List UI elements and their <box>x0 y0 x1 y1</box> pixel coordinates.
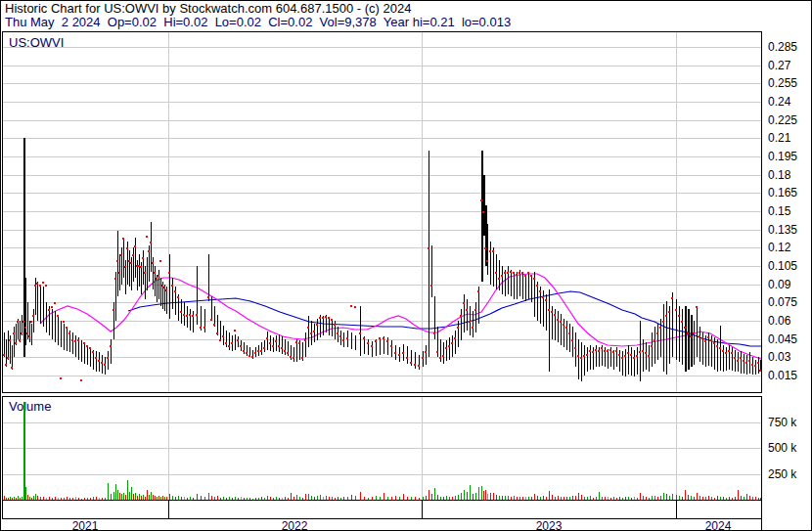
volume-bar <box>115 484 116 500</box>
close-dot <box>325 316 327 318</box>
price-bar <box>490 242 491 285</box>
price-bar <box>317 319 318 340</box>
close-dot <box>425 351 427 353</box>
close-dot <box>310 332 312 334</box>
volume-bar <box>49 497 50 500</box>
price-bar <box>584 345 585 376</box>
volume-bar <box>552 495 553 500</box>
close-dot <box>504 272 506 274</box>
price-bar <box>25 278 26 345</box>
price-bar <box>738 352 739 372</box>
close-dot <box>681 321 683 323</box>
price-bar <box>511 270 512 296</box>
close-dot <box>728 350 730 352</box>
close-dot <box>484 247 486 249</box>
price-bar <box>446 340 447 361</box>
close-dot <box>275 340 277 342</box>
close-dot <box>159 260 161 262</box>
price-bar <box>726 347 727 371</box>
volume-gridline <box>3 422 761 423</box>
close-dot <box>45 285 47 287</box>
price-bar <box>220 321 221 341</box>
volume-bar <box>419 498 420 500</box>
year-label: 2022 <box>281 519 308 531</box>
price-bar <box>729 345 730 370</box>
volume-bar <box>622 498 623 500</box>
close-dot <box>704 340 706 342</box>
price-bar <box>487 224 488 275</box>
volume-bar <box>160 497 161 500</box>
volume-bar <box>732 498 733 500</box>
close-dot <box>510 271 512 273</box>
volume-bar <box>749 496 750 500</box>
close-dot <box>260 350 262 352</box>
volume-bar <box>679 496 680 500</box>
volume-bar <box>347 497 348 500</box>
close-dot <box>132 254 134 256</box>
price-bar <box>475 302 476 332</box>
close-dot <box>612 351 614 353</box>
volume-bar <box>332 497 333 500</box>
close-dot <box>445 347 447 349</box>
close-dot <box>710 339 712 341</box>
volume-bar <box>411 497 412 500</box>
close-dot <box>134 245 136 247</box>
price-bar <box>211 296 212 321</box>
close-dot <box>560 321 562 323</box>
close-dot <box>272 345 274 347</box>
volume-gridline <box>3 448 761 449</box>
close-dot <box>521 272 523 274</box>
close-dot <box>630 354 632 356</box>
volume-bar <box>117 490 118 500</box>
close-dot <box>460 315 462 317</box>
close-dot <box>19 339 21 341</box>
price-bar <box>572 327 573 357</box>
volume-bar <box>543 496 544 500</box>
close-dot <box>263 347 265 349</box>
volume-bar <box>364 497 365 500</box>
close-dot <box>222 335 224 337</box>
volume-bar <box>741 496 742 500</box>
close-dot <box>482 211 484 213</box>
close-dot <box>57 315 59 317</box>
price-axis-label: 0.21 <box>768 131 790 145</box>
volume-bar <box>131 487 132 500</box>
close-dot <box>71 339 73 341</box>
volume-bar <box>672 494 673 500</box>
close-dot <box>554 314 556 316</box>
close-dot <box>30 321 32 323</box>
close-dot <box>66 327 68 329</box>
volume-bar <box>184 497 185 500</box>
price-bar <box>613 350 614 370</box>
price-bar <box>669 306 670 364</box>
price-bar <box>40 285 41 324</box>
price-bar <box>129 250 130 287</box>
close-dot <box>114 278 116 280</box>
volume-bar <box>688 495 689 500</box>
close-dot <box>668 311 670 313</box>
close-dot <box>574 347 576 349</box>
volume-bar <box>351 495 352 500</box>
volume-bar <box>682 497 683 500</box>
volume-bar <box>108 483 109 500</box>
price-bar <box>340 331 341 345</box>
price-axis-label: 0.27 <box>768 59 790 72</box>
close-dot <box>684 327 686 329</box>
close-dot <box>51 306 53 308</box>
close-dot <box>433 332 435 334</box>
volume-bar <box>602 497 603 500</box>
price-bar <box>499 260 500 290</box>
price-bar <box>452 335 453 357</box>
volume-bar <box>452 497 453 500</box>
volume-bar <box>467 492 468 500</box>
volume-bar <box>55 497 56 500</box>
volume-bar <box>637 498 638 500</box>
close-dot <box>743 360 744 362</box>
close-dot <box>34 285 36 287</box>
close-dot <box>513 272 515 274</box>
close-dot <box>451 342 453 344</box>
close-dot <box>196 314 198 316</box>
volume-bar <box>493 493 494 500</box>
price-bar <box>52 309 53 339</box>
close-dot <box>654 339 655 341</box>
